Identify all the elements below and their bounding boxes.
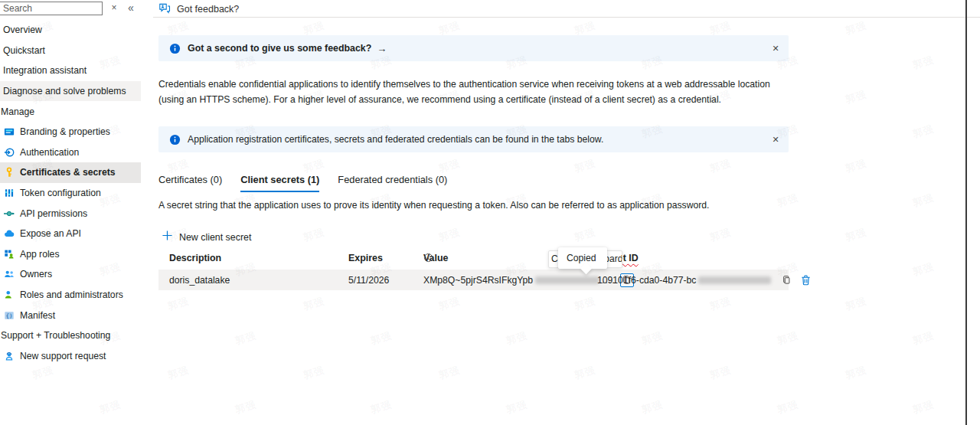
watermark-text: 郭强 xyxy=(844,156,868,175)
watermark-text: 郭强 xyxy=(234,397,258,417)
sidebar-item-label: Authentication xyxy=(20,147,79,158)
watermark-text: 郭强 xyxy=(31,363,55,382)
value-info-icon[interactable] xyxy=(423,253,433,263)
feedback-info-banner: Got a second to give us some feedback? →… xyxy=(158,35,789,61)
secrets-table-header: Description Expires Value Secret ID xyxy=(158,253,789,265)
sidebar-item-authentication[interactable]: Authentication xyxy=(0,142,141,163)
watermark-text: 郭强 xyxy=(573,294,597,313)
tab-client-secrets-[interactable]: Client secrets (1) xyxy=(240,174,319,192)
watermark-text: 郭强 xyxy=(844,294,868,313)
sidebar-item-label: Integration assistant xyxy=(3,65,87,76)
tabs-banner-text: Application registration certificates, s… xyxy=(188,134,603,145)
got-feedback-label: Got feedback? xyxy=(177,4,239,15)
sidebar-item-owners[interactable]: Owners xyxy=(0,264,141,285)
watermark-text: 郭强 xyxy=(708,363,733,382)
sidebar-item-roles-and-administrators[interactable]: Roles and administrators xyxy=(0,285,141,306)
watermark-text: 郭强 xyxy=(573,363,597,382)
client-secret-description-text: A secret string that the application use… xyxy=(158,200,771,211)
watermark-text: 郭强 xyxy=(234,329,258,348)
sidebar-item-branding-properties[interactable]: Branding & properties xyxy=(0,122,141,142)
secret-id-cell: 109101f6-cda0-4b77-bc xyxy=(597,273,812,287)
sidebar-section-support-troubleshooting: Support + Troubleshooting xyxy=(0,325,141,346)
sidebar-item-quickstart[interactable]: Quickstart xyxy=(0,41,141,61)
right-edge-border xyxy=(965,0,967,425)
column-header-description: Description xyxy=(169,253,221,263)
got-feedback-button[interactable]: Got feedback? xyxy=(158,2,239,17)
svg-text:{): {) xyxy=(6,312,13,319)
token-configuration-icon xyxy=(4,188,15,198)
key-icon xyxy=(4,167,15,178)
watermark-text: 郭强 xyxy=(166,294,191,313)
watermark-text: 郭强 xyxy=(573,156,597,175)
search-clear-icon[interactable]: × xyxy=(108,1,120,15)
plus-icon xyxy=(162,230,173,244)
watermark-text: 郭强 xyxy=(166,156,191,175)
manifest-icon: {) xyxy=(4,310,15,321)
watermark-text: 郭强 xyxy=(844,18,868,38)
watermark-text: 郭强 xyxy=(911,397,936,417)
watermark-text: 郭强 xyxy=(573,225,597,244)
watermark-text: 郭强 xyxy=(776,329,800,348)
watermark-text: 郭强 xyxy=(911,53,936,72)
info-icon xyxy=(169,43,181,54)
sidebar-item-label: Owners xyxy=(20,269,52,280)
sidebar-item-label: Roles and administrators xyxy=(20,289,123,300)
watermark-text: 郭强 xyxy=(844,225,868,244)
sidebar-item-label: New support request xyxy=(20,351,106,361)
watermark-text: 郭强 xyxy=(437,294,462,313)
sidebar-item-certificates-secrets[interactable]: Certificates & secrets xyxy=(0,162,141,183)
info-icon xyxy=(169,134,181,145)
secrets-tablist: Certificates (0)Client secrets (1)Federa… xyxy=(158,174,447,192)
branding-icon xyxy=(4,126,15,137)
sidebar-item-label: Manage xyxy=(1,106,34,117)
sidebar-item-label: Overview xyxy=(3,25,42,35)
watermark-text: 郭强 xyxy=(302,294,326,313)
watermark-text: 郭强 xyxy=(776,191,800,210)
arrow-right-icon[interactable]: → xyxy=(377,43,387,54)
app-window: × « Got feedback? OverviewQuickstartInte… xyxy=(0,0,980,425)
banner-dismiss-button[interactable]: ✕ xyxy=(769,132,782,146)
api-permissions-icon xyxy=(4,208,15,219)
copy-secret-id-button[interactable] xyxy=(779,273,793,287)
watermark-text: 郭强 xyxy=(911,122,936,141)
watermark-text: 郭强 xyxy=(708,225,733,244)
watermark-layer: 郭强郭强郭强郭强郭强郭强郭强郭强郭强郭强郭强郭强郭强郭强郭强郭强郭强郭强郭强郭强… xyxy=(0,0,980,425)
sidebar-item-manifest[interactable]: {)Manifest xyxy=(0,305,141,325)
watermark-text: 郭强 xyxy=(437,363,462,382)
new-client-secret-button[interactable]: New client secret xyxy=(162,230,251,244)
redacted-secret-id-blur xyxy=(698,276,771,284)
tab-certificates-[interactable]: Certificates (0) xyxy=(158,174,222,192)
cloud-icon xyxy=(4,228,15,239)
delete-secret-button[interactable] xyxy=(799,273,812,287)
watermark-text: 郭强 xyxy=(505,397,529,417)
watermark-text: 郭强 xyxy=(437,156,462,175)
watermark-text: 郭强 xyxy=(505,329,529,348)
sidebar-item-label: API permissions xyxy=(20,208,87,219)
sidebar-search-input[interactable] xyxy=(0,2,103,15)
app-roles-icon xyxy=(4,249,15,260)
watermark-text: 郭强 xyxy=(708,156,733,175)
watermark-text: 郭强 xyxy=(369,397,394,417)
sidebar-item-overview[interactable]: Overview xyxy=(0,20,141,41)
sidebar-item-token-configuration[interactable]: Token configuration xyxy=(0,183,141,204)
sidebar-item-diagnose-and-solve-problems[interactable]: Diagnose and solve problems xyxy=(0,81,141,102)
watermark-text: 郭强 xyxy=(911,329,936,348)
owners-icon xyxy=(4,269,15,280)
sidebar-section-manage: Manage xyxy=(0,101,141,122)
banner-dismiss-button[interactable]: ✕ xyxy=(769,41,782,55)
sidebar-item-app-roles[interactable]: App roles xyxy=(0,244,141,265)
redacted-value-blur xyxy=(535,276,599,284)
sidebar-item-expose-an-api[interactable]: Expose an API xyxy=(0,224,141,244)
sidebar-item-label: Quickstart xyxy=(3,45,45,56)
sidebar-collapse-icon[interactable]: « xyxy=(125,0,137,15)
tab-federated-credentials-[interactable]: Federated credentials (0) xyxy=(338,174,447,192)
sidebar-item-integration-assistant[interactable]: Integration assistant xyxy=(0,60,141,81)
watermark-text: 郭强 xyxy=(302,225,326,244)
commandbar-divider xyxy=(153,17,980,18)
feedback-banner-text[interactable]: Got a second to give us some feedback? xyxy=(188,43,371,54)
sidebar-item-new-support-request[interactable]: New support request xyxy=(0,346,141,367)
sidebar-item-label: Support + Troubleshooting xyxy=(1,330,110,341)
watermark-text: 郭强 xyxy=(166,363,191,382)
sidebar-item-api-permissions[interactable]: API permissions xyxy=(0,203,141,224)
sidebar-item-label: Expose an API xyxy=(20,228,81,239)
